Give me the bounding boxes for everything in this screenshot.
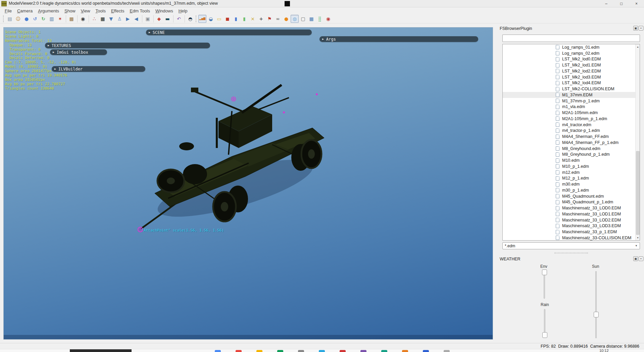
file-row[interactable]: M10_p_1.edm <box>503 163 640 169</box>
file-row[interactable]: Maschinensatz_33_p_1.EDM <box>503 229 640 235</box>
scroll-down-icon[interactable]: ▼ <box>636 235 640 240</box>
measure-button[interactable]: × <box>249 15 257 23</box>
console-button[interactable]: ▬ <box>163 15 171 23</box>
file-row[interactable]: m12.edm <box>503 169 640 175</box>
portrait-button[interactable]: ▣ <box>144 15 152 23</box>
file-row[interactable]: m4_tractor-p_1.edm <box>503 128 640 134</box>
close-button[interactable]: × <box>629 0 644 7</box>
menu-item-edm-tools[interactable]: Edm Tools <box>127 8 152 14</box>
sun-slider-track[interactable] <box>595 271 597 338</box>
night-mode-button[interactable]: ▦ <box>99 15 107 23</box>
file-search-input[interactable] <box>502 35 640 42</box>
globe-button[interactable]: ● <box>22 15 31 23</box>
file-row[interactable]: LST_Mk2_lod0.EDM <box>503 56 640 62</box>
sun-slider-handle[interactable] <box>594 312 599 317</box>
env-slider-track[interactable] <box>544 271 545 299</box>
file-row[interactable]: M4A4_Sherman_FF_p_1.edm <box>503 140 640 146</box>
file-row[interactable]: m1_vla.edm <box>503 104 640 110</box>
file-row[interactable]: M4A4_Sherman_FF.edm <box>503 134 640 140</box>
file-row[interactable]: LST_Mk2_lod3.EDM <box>503 74 640 80</box>
close-panel-icon[interactable]: × <box>639 26 643 31</box>
play-back-button[interactable]: ◀ <box>132 15 140 23</box>
file-filter-dropdown[interactable]: *.edm ▼ <box>502 242 640 249</box>
folder-button[interactable]: ▭ <box>215 15 223 23</box>
grid-window-button[interactable]: ▦ <box>307 15 315 23</box>
skeleton-button[interactable]: ✶ <box>56 15 64 23</box>
dot-grid-button[interactable]: ⣿ <box>316 15 324 23</box>
gyro-button[interactable]: ◒ <box>207 15 215 23</box>
sun-ball-button[interactable]: ● <box>282 15 290 23</box>
file-row[interactable]: Maschinensatz_33_LOD3.EDM <box>503 223 640 229</box>
panel-header-imgui-toolbox[interactable]: ▶ ImGui toolbox <box>50 49 107 55</box>
file-row[interactable]: LST_Mk2_lod1.EDM <box>503 62 640 68</box>
rotate-cw-button[interactable]: ↻ <box>39 15 47 23</box>
bar-chart-button[interactable]: ▂▅▇ <box>198 15 206 23</box>
float-panel-icon[interactable]: ▣ <box>633 26 638 31</box>
bulb-button[interactable]: ◍ <box>291 15 299 23</box>
curve-point-button[interactable]: ∴ <box>90 15 98 23</box>
menu-item-camera[interactable]: Camera <box>14 8 35 14</box>
toolbar-grip-handle[interactable] <box>3 15 5 22</box>
dialog-button[interactable]: ▢ <box>299 15 307 23</box>
menu-item-windows[interactable]: Windows <box>153 8 176 14</box>
file-row[interactable]: Maschinensatz_33_LOD0.EDM <box>503 205 640 211</box>
file-row[interactable]: M10.edm <box>503 157 640 163</box>
file-row[interactable]: Maschinensatz_33_LOD2.EDM <box>503 217 640 223</box>
file-row[interactable]: LST_Mk2_lod4.EDM <box>503 80 640 86</box>
panel-header-ilvbuilder[interactable]: ▶ ILVBuilder <box>52 66 145 72</box>
viewport-3d[interactable]: Scene Objects: 1Scene Lights: 0Renderabl… <box>3 27 493 340</box>
file-row[interactable]: M1_37mm-p_1.edm <box>503 98 640 104</box>
menu-item-file[interactable]: File <box>2 8 14 14</box>
minimize-button[interactable]: – <box>599 0 614 7</box>
panel-header-textures[interactable]: ▶ TEXTURES <box>45 43 210 48</box>
menu-item-show[interactable]: Show <box>62 8 78 14</box>
file-row[interactable]: M45_Quadmount.edm <box>503 193 640 199</box>
rotate-ccw-button[interactable]: ↺ <box>31 15 39 23</box>
menu-item-view[interactable]: View <box>78 8 93 14</box>
float-panel-icon[interactable]: ▣ <box>633 256 638 261</box>
undo-button[interactable]: ↶ <box>175 15 183 23</box>
figure-button[interactable]: ♙ <box>115 15 123 23</box>
penguin-button[interactable]: ◓ <box>186 15 194 23</box>
menu-item-effects[interactable]: Effects <box>108 8 127 14</box>
file-row[interactable]: m4_tractor.edm <box>503 122 640 128</box>
cylinder-blue-button[interactable]: ▮ <box>232 15 240 23</box>
dock-splitter-handle[interactable] <box>554 253 588 254</box>
env-slider-handle[interactable] <box>542 269 547 275</box>
rain-slider-handle[interactable] <box>542 332 547 338</box>
file-row[interactable]: Maschinensatz_33-COLLISION.EDM <box>503 235 640 241</box>
texture-box-button[interactable]: ▩ <box>67 15 76 23</box>
open-model-button[interactable]: ▤ <box>6 15 14 23</box>
play-forward-button[interactable]: ▶ <box>124 15 132 23</box>
add-object-button[interactable]: ☺ <box>14 15 22 23</box>
cone-down-button[interactable]: ▼ <box>107 15 115 23</box>
panel-header-args[interactable]: ▶ Args <box>319 36 478 42</box>
flag-button[interactable]: ⚑ <box>265 15 274 23</box>
file-row[interactable]: Log_ramps_01.edm <box>503 44 640 50</box>
box-red-button[interactable]: ◼ <box>224 15 232 23</box>
menu-item-arguments[interactable]: Arguments <box>35 8 62 14</box>
record-button[interactable]: ◉ <box>324 15 332 23</box>
file-row[interactable]: M2A1-105mm.edm <box>503 110 640 116</box>
panel-header-scene[interactable]: ▶ SCENE <box>146 30 312 35</box>
file-row[interactable]: M8_Greyhound.edm <box>503 146 640 152</box>
file-row[interactable]: LST_Mk2_lod2.EDM <box>503 68 640 74</box>
file-row[interactable]: m30.edm <box>503 181 640 187</box>
file-row[interactable]: Maschinensatz_33_LOD1.EDM <box>503 211 640 217</box>
menu-item-help[interactable]: Help <box>176 8 190 14</box>
axes-button[interactable]: + <box>257 15 265 23</box>
file-list-scrollbar[interactable]: ▲ ▼ <box>635 44 640 240</box>
file-row[interactable]: M1_37mm.EDM <box>503 92 640 98</box>
primitives-button[interactable]: ◆ <box>155 15 163 23</box>
scroll-up-icon[interactable]: ▲ <box>636 44 640 49</box>
file-row[interactable]: M8_Greyhound_p_1.edm <box>503 152 640 158</box>
scrollbar-thumb[interactable] <box>636 151 640 235</box>
file-row[interactable]: M2A1-105mm_p_1.edm <box>503 116 640 122</box>
toolbar-grip-handle[interactable] <box>196 15 197 22</box>
cylinder-green-button[interactable]: ▮ <box>240 15 248 23</box>
camera-button[interactable]: ◉ <box>79 15 87 23</box>
file-row[interactable]: Log_ramps_02.edm <box>503 50 640 56</box>
file-row[interactable]: m30_p_1.edm <box>503 187 640 193</box>
maximize-button[interactable]: □ <box>614 0 629 7</box>
close-panel-icon[interactable]: × <box>639 256 643 261</box>
